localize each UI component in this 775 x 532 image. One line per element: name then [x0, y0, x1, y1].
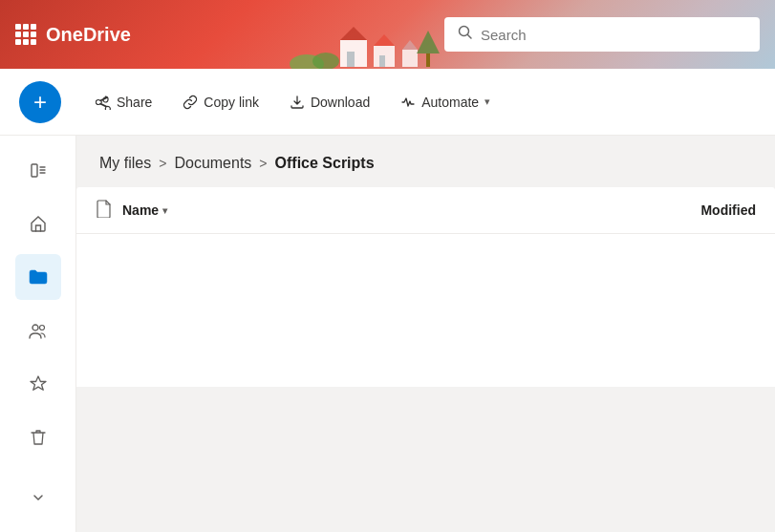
svg-marker-3 [340, 27, 367, 40]
svg-rect-7 [379, 55, 385, 67]
content-area: My files > Documents > Office Scripts Na… [76, 136, 775, 532]
svg-point-1 [312, 53, 339, 69]
automate-icon [400, 95, 416, 110]
svg-marker-6 [374, 34, 395, 46]
copy-link-icon [183, 95, 198, 110]
download-button[interactable]: Download [278, 87, 381, 117]
svg-rect-8 [402, 50, 418, 67]
name-column-header[interactable]: Name ▾ [122, 202, 167, 218]
svg-line-13 [468, 35, 472, 39]
svg-point-19 [39, 326, 44, 330]
trash-icon [29, 428, 48, 447]
automate-label: Automate [421, 95, 479, 110]
collapse-icon [29, 160, 48, 180]
file-list: Name ▾ Modified [76, 187, 775, 387]
folder-icon [28, 266, 49, 287]
svg-marker-9 [402, 40, 418, 50]
brand-name: OneDrive [46, 24, 131, 46]
download-label: Download [311, 95, 370, 110]
star-icon [29, 374, 48, 394]
sidebar-item-more[interactable] [15, 475, 61, 521]
breadcrumb-sep-1: > [159, 156, 166, 171]
chevron-down-icon [31, 490, 46, 505]
brand-logo: OneDrive [15, 24, 131, 46]
share-label: Share [117, 95, 152, 110]
copy-link-label: Copy link [204, 95, 259, 110]
download-icon [290, 95, 305, 110]
file-type-icon [96, 199, 113, 222]
breadcrumb-documents[interactable]: Documents [174, 155, 251, 172]
svg-rect-10 [426, 53, 430, 67]
share-button[interactable]: Share [84, 87, 163, 117]
breadcrumb-my-files[interactable]: My files [99, 155, 151, 172]
share-icon [96, 95, 111, 110]
waffle-icon[interactable] [15, 24, 36, 45]
svg-marker-11 [417, 31, 440, 53]
header-decoration [278, 11, 450, 69]
file-list-header: Name ▾ Modified [76, 187, 775, 234]
main-layout: My files > Documents > Office Scripts Na… [0, 136, 775, 532]
breadcrumb-current: Office Scripts [275, 155, 375, 172]
sidebar-item-my-files[interactable] [15, 254, 61, 300]
app-header: OneDrive [0, 0, 775, 69]
svg-rect-4 [347, 52, 355, 67]
copy-link-button[interactable]: Copy link [171, 87, 270, 117]
modified-column-header: Modified [700, 202, 756, 218]
empty-file-area [76, 234, 775, 387]
automate-button[interactable]: Automate ▾ [389, 87, 502, 117]
sidebar-item-shared[interactable] [15, 308, 61, 353]
people-icon [28, 320, 49, 341]
new-button[interactable]: + [19, 81, 61, 123]
breadcrumb-sep-2: > [259, 156, 267, 171]
search-icon [458, 25, 473, 44]
sidebar-item-favorites[interactable] [15, 361, 61, 407]
svg-point-18 [32, 325, 38, 330]
automate-chevron-icon: ▾ [484, 96, 490, 108]
sidebar [0, 136, 76, 532]
home-icon [29, 214, 48, 233]
search-bar[interactable] [444, 17, 760, 52]
svg-rect-14 [32, 164, 37, 177]
header-scene-svg [278, 11, 450, 69]
document-icon [96, 199, 113, 218]
toolbar: + Share Copy link Download Automate ▾ [0, 69, 775, 136]
sort-arrow-icon: ▾ [162, 205, 167, 216]
search-input[interactable] [481, 27, 746, 43]
sidebar-item-home[interactable] [15, 201, 61, 246]
name-column-label: Name [122, 202, 159, 218]
sidebar-item-recycle[interactable] [15, 415, 61, 460]
sidebar-item-collapse[interactable] [15, 147, 61, 193]
breadcrumb: My files > Documents > Office Scripts [76, 136, 775, 187]
